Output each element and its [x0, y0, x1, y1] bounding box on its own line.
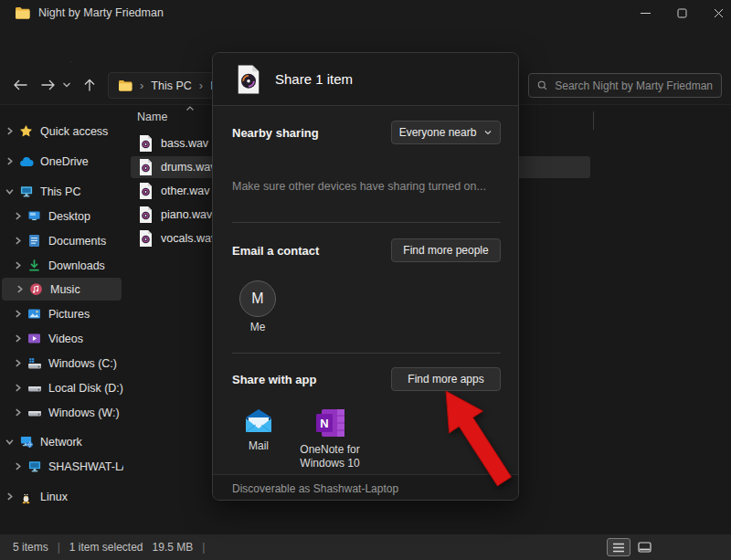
music-icon: [28, 282, 44, 296]
back-arrow-icon: [13, 79, 28, 91]
sidebar-item-quick-access[interactable]: Quick access: [0, 120, 123, 143]
file-name: bass.wav: [161, 137, 208, 150]
sidebar-item-label: Desktop: [48, 210, 90, 223]
wav-file-icon: [237, 65, 260, 94]
sidebar-item-documents[interactable]: Documents: [0, 229, 123, 252]
sidebar-item-music[interactable]: Music: [2, 278, 122, 301]
selection-size: 19.5 MB: [153, 541, 194, 554]
find-more-people-button[interactable]: Find more people: [391, 238, 501, 262]
expander-chevron-icon[interactable]: [10, 261, 25, 269]
sidebar-item-linux[interactable]: Linux: [0, 485, 123, 508]
file-name: piano.wav: [161, 208, 212, 221]
file-explorer-window: Night by Marty Friedman New: [0, 0, 731, 560]
sidebar-item-label: Linux: [40, 491, 68, 503]
back-button[interactable]: [7, 72, 33, 98]
search-input[interactable]: Search Night by Marty Friedman: [528, 73, 722, 98]
selection-count: 1 item selected: [69, 541, 143, 554]
linux-icon: [18, 490, 34, 504]
share-dialog-header: Share 1 item: [213, 53, 518, 106]
sidebar-item-label: SHASHWAT-LAPTOP: [48, 460, 123, 473]
sidebar-item-local-disk-d[interactable]: Local Disk (D:): [0, 376, 123, 399]
drive-icon: [26, 407, 42, 419]
sidebar-item-label: Videos: [48, 333, 83, 345]
close-icon: [714, 8, 724, 18]
wav-file-icon: [139, 183, 153, 199]
contact-name: Me: [239, 321, 276, 333]
sidebar-item-onedrive[interactable]: OneDrive: [0, 150, 123, 173]
sidebar-item-network[interactable]: Network: [0, 430, 123, 453]
recent-locations-button[interactable]: [57, 72, 77, 98]
contact-avatar[interactable]: M: [239, 280, 276, 317]
section-divider: [232, 353, 501, 354]
sidebar-item-label: Quick access: [40, 125, 108, 138]
minimize-button[interactable]: [627, 0, 663, 26]
statusbar-separator: |: [58, 541, 60, 554]
minimize-icon: [641, 8, 651, 18]
wav-file-icon: [139, 135, 153, 152]
up-arrow-icon: [83, 79, 96, 92]
nearby-sharing-hint: Make sure other devices have sharing tur…: [232, 180, 486, 193]
maximize-button[interactable]: [663, 0, 700, 26]
expander-chevron-icon[interactable]: [10, 212, 25, 220]
wav-file-icon: [139, 159, 153, 175]
sidebar-item-desktop[interactable]: Desktop: [0, 205, 123, 227]
maximize-icon: [677, 8, 687, 18]
network-icon: [18, 435, 34, 449]
sidebar-item-label: Pictures: [48, 308, 90, 321]
details-view-button[interactable]: [607, 538, 630, 556]
find-more-apps-button[interactable]: Find more apps: [391, 367, 501, 391]
app-item-onenote[interactable]: N OneNote for Windows 10: [293, 408, 366, 470]
thumbnail-view-button[interactable]: [632, 538, 656, 556]
expander-chevron-icon[interactable]: [2, 492, 16, 501]
sidebar-item-windows-c[interactable]: Windows (C:): [0, 352, 123, 375]
breadcrumb-chevron: ›: [199, 79, 203, 92]
expander-chevron-icon[interactable]: [12, 285, 26, 293]
videos-icon: [26, 333, 42, 344]
star-icon: [18, 124, 34, 138]
sidebar-item-label: This PC: [40, 185, 80, 198]
breadcrumb-item-this-pc[interactable]: This PC: [151, 79, 191, 92]
find-more-apps-label: Find more apps: [408, 373, 483, 386]
onenote-icon: N: [315, 408, 344, 438]
close-button[interactable]: [700, 0, 731, 26]
expander-chevron-icon[interactable]: [10, 310, 25, 318]
expander-chevron-icon[interactable]: [10, 462, 25, 470]
chevron-down-icon: [62, 80, 71, 90]
wav-file-icon: [139, 230, 153, 247]
title-bar: Night by Marty Friedman: [0, 0, 731, 26]
nearby-sharing-value: Everyone nearb: [399, 126, 477, 139]
sidebar-item-this-pc[interactable]: This PC: [0, 180, 123, 203]
email-contact-label: Email a contact: [232, 244, 319, 258]
sidebar-item-label: Network: [40, 436, 82, 449]
expander-chevron-icon[interactable]: [10, 237, 25, 245]
expander-chevron-icon[interactable]: [2, 157, 16, 165]
items-count: 5 items: [13, 541, 48, 554]
mail-icon: [244, 408, 273, 434]
file-name: drums.wav: [161, 161, 216, 174]
expander-chevron-icon[interactable]: [10, 359, 25, 367]
column-header-name[interactable]: Name: [137, 111, 167, 123]
sidebar-item-downloads[interactable]: Downloads: [0, 254, 123, 277]
app-item-mail[interactable]: Mail: [222, 408, 295, 453]
sidebar-item-pictures[interactable]: Pictures: [0, 302, 123, 325]
sidebar-item-network-pc[interactable]: SHASHWAT-LAPTOP: [0, 455, 123, 478]
expander-chevron-icon[interactable]: [2, 187, 16, 195]
up-button[interactable]: [77, 72, 102, 98]
nearby-sharing-label: Nearby sharing: [232, 126, 319, 140]
sidebar-item-videos[interactable]: Videos: [0, 327, 123, 350]
pictures-icon: [26, 308, 42, 320]
nearby-sharing-dropdown[interactable]: Everyone nearb: [391, 121, 501, 144]
navigation-pane: Quick access OneDrive This PC Desktop Do…: [0, 108, 124, 530]
thumbnail-view-icon: [638, 542, 652, 553]
sidebar-item-windows-w[interactable]: Windows (W:): [0, 401, 123, 424]
column-divider[interactable]: [593, 111, 594, 130]
expander-chevron-icon[interactable]: [2, 127, 16, 135]
expander-chevron-icon[interactable]: [2, 438, 16, 446]
network-pc-icon: [26, 460, 42, 473]
expander-chevron-icon[interactable]: [10, 334, 25, 343]
expander-chevron-icon[interactable]: [10, 384, 25, 392]
desktop-icon: [26, 210, 42, 222]
expander-chevron-icon[interactable]: [10, 408, 25, 417]
file-name: vocals.wav: [161, 232, 217, 245]
sort-ascending-icon: [185, 105, 195, 111]
